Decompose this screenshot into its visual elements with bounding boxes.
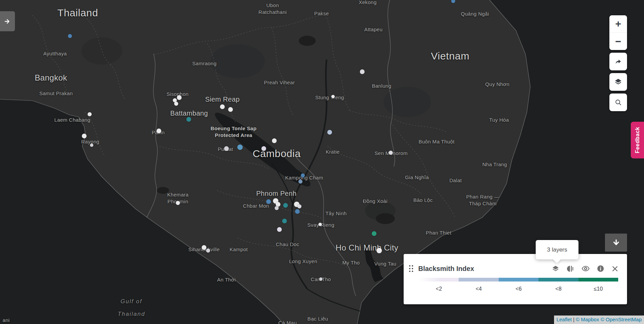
collapse-panel-button[interactable] [605, 234, 627, 252]
data-point-marker[interactable] [186, 117, 191, 122]
legend-title: Blacksmith Index [418, 265, 474, 273]
share-arrow-icon [614, 57, 622, 66]
osm-link[interactable]: © OpenStreetMap [601, 317, 642, 322]
legend-segment [419, 278, 459, 282]
data-point-marker[interactable] [174, 102, 178, 106]
legend-header: Blacksmith Index [409, 263, 619, 274]
data-point-marker[interactable] [282, 219, 287, 223]
arrow-right-icon [3, 17, 12, 25]
layers-button[interactable] [609, 73, 627, 91]
data-point-marker[interactable] [261, 146, 266, 151]
legend-tick-labels: <2<4<6<8≤10 [419, 286, 618, 292]
feedback-label: Feedback [634, 127, 641, 153]
legend-scale: <2<4<6<8≤10 [419, 278, 618, 292]
data-point-marker[interactable] [176, 201, 180, 205]
attribution-separator: | [573, 317, 574, 322]
legend-tick-label: <8 [538, 286, 578, 292]
data-point-marker[interactable] [237, 144, 243, 150]
data-point-marker[interactable] [177, 95, 182, 100]
data-point-marker[interactable] [206, 249, 210, 253]
share-button[interactable] [609, 53, 627, 70]
legend-visibility-button[interactable] [581, 264, 590, 273]
search-icon [614, 98, 622, 106]
mapbox-link[interactable]: © Mapbox [576, 317, 599, 322]
layers-count-tooltip: 3 layers [536, 240, 578, 259]
zoom-out-button[interactable]: − [609, 33, 627, 50]
opacity-icon [566, 265, 575, 273]
data-point-marker[interactable] [376, 248, 382, 253]
legend-layers-button[interactable] [551, 265, 560, 273]
map-controls: + − [609, 15, 627, 111]
data-point-marker[interactable] [68, 34, 72, 38]
data-point-marker[interactable] [277, 227, 282, 232]
zoom-in-button[interactable]: + [609, 15, 627, 33]
data-point-marker[interactable] [224, 146, 229, 151]
data-point-marker[interactable] [283, 203, 288, 208]
legend-opacity-button[interactable] [566, 265, 575, 273]
layers-icon [551, 265, 560, 273]
data-point-marker[interactable] [82, 134, 87, 138]
map-attribution: Leaflet|© Mapbox © OpenStreetMap [554, 316, 644, 324]
visibility-icon [581, 264, 590, 273]
zoom-controls: + − [609, 15, 627, 50]
legend-segment [538, 278, 578, 282]
layers-icon [614, 78, 623, 86]
legend-tick-label: <2 [419, 286, 459, 292]
legend-info-button[interactable] [596, 265, 605, 273]
data-point-marker[interactable] [298, 180, 302, 184]
close-icon [611, 265, 619, 273]
data-point-marker[interactable] [389, 151, 393, 155]
tooltip-text: 3 layers [547, 246, 567, 253]
legend-color-ramp [419, 278, 618, 282]
data-point-marker[interactable] [220, 104, 225, 109]
data-point-marker[interactable] [319, 277, 323, 281]
search-button[interactable] [609, 93, 627, 111]
data-point-marker[interactable] [266, 199, 271, 204]
data-point-marker[interactable] [372, 231, 376, 236]
data-point-marker[interactable] [301, 173, 305, 177]
legend-segment [459, 278, 498, 282]
leaflet-link[interactable]: Leaflet [556, 317, 572, 322]
legend-segment [499, 278, 538, 282]
data-point-marker[interactable] [295, 209, 300, 214]
feedback-tab[interactable]: Feedback [631, 122, 644, 158]
legend-segment [578, 278, 618, 282]
data-point-marker[interactable] [157, 129, 161, 133]
arrow-down-icon [612, 238, 621, 247]
legend-tick-label: ≤10 [578, 286, 618, 292]
data-point-marker[interactable] [88, 112, 92, 116]
drag-handle-icon[interactable] [409, 265, 413, 272]
legend-close-button[interactable] [611, 265, 619, 273]
map-canvas[interactable]: ThailandVietnamCambodiaBangkokHo Chi Min… [0, 0, 644, 324]
data-point-marker[interactable] [275, 206, 279, 210]
data-point-marker[interactable] [360, 69, 365, 74]
info-icon [596, 265, 605, 273]
data-point-marker[interactable] [228, 107, 233, 112]
data-point-marker[interactable] [297, 204, 301, 208]
legend-tick-label: <4 [459, 286, 498, 292]
data-point-marker[interactable] [318, 223, 322, 226]
legend-tick-label: <6 [499, 286, 538, 292]
data-point-marker[interactable] [90, 143, 93, 147]
data-point-marker[interactable] [331, 95, 335, 98]
legend-panel: Blacksmith Index [404, 254, 627, 304]
data-point-marker[interactable] [327, 130, 332, 135]
data-point-marker[interactable] [202, 245, 206, 250]
data-point-marker[interactable] [272, 138, 277, 143]
sidebar-expand-button[interactable] [0, 11, 15, 31]
legend-actions [551, 264, 619, 273]
